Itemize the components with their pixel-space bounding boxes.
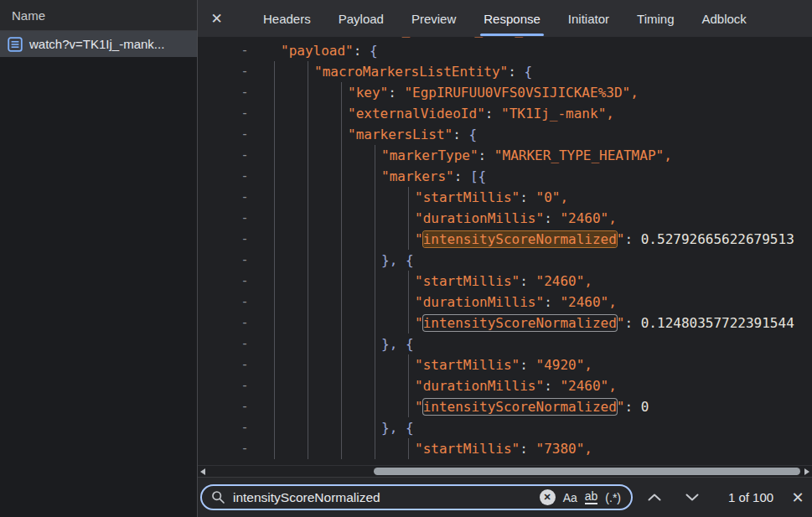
fold-marker[interactable]: - [240,103,250,124]
indent-guide [274,187,275,208]
previous-match-icon[interactable] [646,494,663,501]
request-list-sidebar: Name watch?v=TK1Ij_-mank... [0,0,198,517]
scroll-left-arrow-icon[interactable] [200,468,205,475]
fold-marker[interactable]: - [240,145,250,166]
next-match-icon[interactable] [684,494,701,501]
code-text: "durationMillis": "2460", [415,375,617,396]
fold-marker[interactable]: - [240,396,250,417]
code-line: -"payload": { [198,40,812,61]
indent-guide [341,271,342,292]
code-line: -"externalVideoId": "TK1Ij_-mank", [198,103,812,124]
indent-guide [341,229,342,250]
code-line: -"startMillis": "7380", [198,438,812,459]
indent-guide [274,396,275,417]
code-line: -"macroMarkersListEntity": { [198,61,812,82]
indent-guide [274,417,275,438]
code-text: "markers": [{ [381,166,486,187]
tab-preview[interactable]: Preview [411,0,456,37]
match-case-toggle[interactable]: Aa [563,491,577,504]
indent-guide [341,103,342,124]
horizontal-scrollbar [198,465,812,477]
tab-adblock[interactable]: Adblock [701,0,746,37]
fold-marker[interactable]: - [240,40,250,61]
response-body: -"type": "ENTITY_MUTATION_TYPE_REPLACE",… [198,37,812,465]
fold-marker[interactable]: - [240,354,250,375]
close-panel-icon[interactable]: ✕ [198,10,235,28]
search-input[interactable] [233,490,532,505]
fold-marker[interactable]: - [240,375,250,396]
indent-guide [341,354,342,375]
devtools-network-panel: Name watch?v=TK1Ij_-mank... ✕ HeadersPay… [0,0,812,517]
indent-guide [308,250,308,271]
fold-marker[interactable]: - [240,292,250,313]
code-line: -"startMillis": "0", [198,187,812,208]
indent-guide [308,354,308,375]
code-text: "durationMillis": "2460", [415,292,617,313]
fold-marker[interactable]: - [240,61,250,82]
indent-guide [375,250,375,271]
indent-guide [308,396,308,417]
indent-guide [274,438,275,459]
code-line: -}, { [198,333,812,354]
search-icon [211,490,225,504]
scrollbar-thumb[interactable] [374,468,800,475]
indent-guide [375,375,375,396]
request-name: watch?v=TK1Ij_-mank... [29,37,164,51]
regex-toggle[interactable]: (.*) [605,491,621,504]
indent-guide [341,375,342,396]
fold-marker[interactable]: - [240,82,250,103]
tab-timing[interactable]: Timing [637,0,674,37]
scroll-right-arrow-icon[interactable] [804,468,809,475]
request-detail-panel: ✕ HeadersPayloadPreviewResponseInitiator… [198,0,812,517]
code-text: "startMillis": "4920", [415,354,592,375]
indent-guide [308,438,308,459]
fold-marker[interactable]: - [240,438,250,459]
close-find-icon[interactable]: ✕ [789,489,806,507]
fold-marker[interactable]: - [240,124,250,145]
indent-guide [375,313,375,333]
fold-marker[interactable]: - [240,333,250,354]
code-text: "durationMillis": "2460", [415,208,617,229]
indent-guide [375,438,375,459]
indent-guide [375,145,375,166]
request-row-selected[interactable]: watch?v=TK1Ij_-mank... [0,31,197,57]
indent-guide [308,333,308,354]
fold-marker[interactable]: - [240,417,250,438]
tab-initiator[interactable]: Initiator [568,0,609,37]
indent-guide [375,354,375,375]
code-line: -"startMillis": "4920", [198,354,812,375]
find-bar: ✕ Aa ab (.*) 1 of 100 ✕ [198,477,812,517]
name-column-header[interactable]: Name [0,0,197,31]
indent-guide [308,166,308,187]
fold-marker[interactable]: - [240,187,250,208]
fold-marker[interactable]: - [240,166,250,187]
indent-guide [341,82,342,103]
indent-guide [408,187,409,208]
indent-guide [408,292,409,313]
code-line: -"intensityScoreNormalized": 0.527926656… [198,229,812,250]
fold-marker[interactable]: - [240,208,250,229]
indent-guide [375,271,375,292]
indent-guide [274,271,275,292]
indent-guide [341,313,342,333]
indent-guide [375,292,375,313]
fold-marker[interactable]: - [240,313,250,333]
name-column-label: Name [12,8,45,23]
fold-marker[interactable]: - [240,271,250,292]
code-line: -"durationMillis": "2460", [198,292,812,313]
indent-guide [308,271,308,292]
clear-search-icon[interactable]: ✕ [540,489,556,505]
whole-word-toggle[interactable]: ab [585,490,598,504]
indent-guide [308,292,308,313]
tab-response[interactable]: Response [484,0,540,37]
indent-guide [308,417,308,438]
indent-guide [408,396,409,417]
fold-marker[interactable]: - [240,229,250,250]
tab-payload[interactable]: Payload [339,0,384,37]
detail-tabbar: ✕ HeadersPayloadPreviewResponseInitiator… [198,0,812,37]
code-text: "macroMarkersListEntity": { [314,61,532,82]
indent-guide [408,354,409,375]
search-match-current: intensityScoreNormalized [423,231,617,247]
tab-headers[interactable]: Headers [263,0,311,37]
fold-marker[interactable]: - [240,250,250,271]
